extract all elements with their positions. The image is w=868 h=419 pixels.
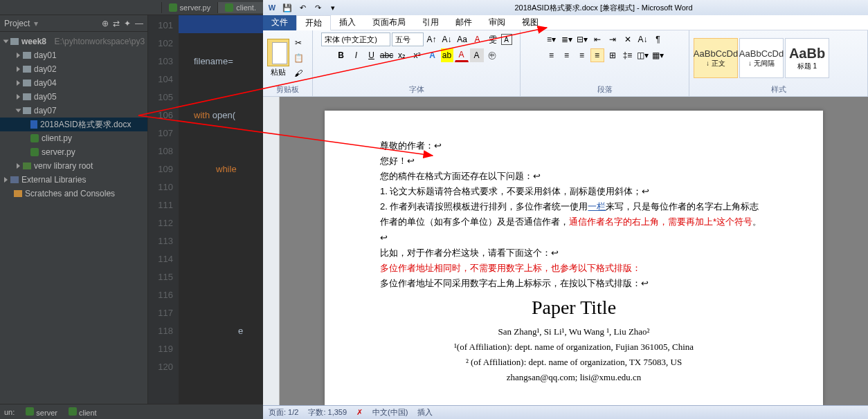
- font-color-icon[interactable]: A: [455, 48, 469, 62]
- subscript-button[interactable]: x₂: [395, 48, 409, 62]
- doc-text: 2. 作者列表请按照模板进行排列，多位作者统一使用一栏来写，只是每位作者的名字右…: [380, 199, 768, 245]
- font-size-combo[interactable]: 五号: [392, 32, 424, 46]
- collapse-icon[interactable]: ⊕: [102, 19, 109, 28]
- highlight-icon[interactable]: ab: [441, 48, 453, 62]
- underline-button[interactable]: U: [365, 48, 379, 62]
- redo-icon[interactable]: ↷: [311, 1, 324, 14]
- asian-layout-icon[interactable]: ✕: [621, 32, 635, 46]
- font-name-combo[interactable]: 宋体 (中文正文): [321, 32, 390, 46]
- tree-folder[interactable]: day01: [0, 48, 147, 62]
- tab-home[interactable]: 开始: [296, 15, 331, 30]
- tab-review[interactable]: 审阅: [480, 15, 514, 30]
- borders-icon[interactable]: ▦▾: [651, 48, 665, 62]
- text-effects-icon[interactable]: A: [426, 48, 440, 62]
- doc-text: 1. 论文大标题请符合格式要求，不要采用斜体，副标题使用斜体；↩: [380, 184, 768, 199]
- align-right-icon[interactable]: ≡: [575, 48, 589, 62]
- status-lang[interactable]: 中文(中国): [372, 407, 408, 418]
- editor-tab-client[interactable]: client.: [217, 2, 263, 13]
- tab-references[interactable]: 引用: [414, 15, 447, 30]
- page[interactable]: 尊敬的作者：↩ 您好！↩ 您的稿件在格式方面还存在以下问题：↩ 1. 论文大标题…: [325, 111, 823, 405]
- tree-file[interactable]: client.py: [0, 131, 147, 145]
- copy-icon[interactable]: 📋: [291, 51, 305, 65]
- paper-title: Paper Title: [380, 291, 768, 324]
- document-scroll[interactable]: 尊敬的作者：↩ 您好！↩ 您的稿件在格式方面还存在以下问题：↩ 1. 论文大标题…: [280, 97, 868, 405]
- word-icon[interactable]: W: [266, 1, 278, 14]
- style-normal[interactable]: AaBbCcDd↓ 正文: [694, 38, 738, 78]
- tree-folder[interactable]: day07: [0, 104, 147, 118]
- status-proof-icon[interactable]: ✗: [356, 408, 363, 417]
- run-config-server[interactable]: server: [26, 407, 57, 417]
- tab-layout[interactable]: 页面布局: [364, 15, 414, 30]
- save-icon[interactable]: 💾: [281, 1, 293, 14]
- hide-icon[interactable]: —: [135, 19, 143, 28]
- format-painter-icon[interactable]: 🖌: [291, 66, 305, 80]
- tree-folder[interactable]: day02: [0, 62, 147, 76]
- tab-view[interactable]: 视图: [514, 15, 547, 30]
- status-words[interactable]: 字数: 1,359: [308, 407, 347, 418]
- tree-file[interactable]: server.py: [0, 145, 147, 159]
- char-shading-icon[interactable]: A: [470, 48, 484, 62]
- tree-venv[interactable]: venv library root: [0, 159, 147, 173]
- run-config-client[interactable]: client: [69, 407, 97, 417]
- show-marks-icon[interactable]: ¶: [651, 32, 665, 46]
- justify-icon[interactable]: ≡: [590, 48, 604, 62]
- tab-mailings[interactable]: 邮件: [447, 15, 480, 30]
- align-center-icon[interactable]: ≡: [560, 48, 574, 62]
- status-page[interactable]: 页面: 1/2: [269, 407, 298, 418]
- tree-root[interactable]: week8 E:\pyhtonworkspace\py3: [0, 35, 147, 48]
- status-insert[interactable]: 插入: [417, 407, 433, 418]
- undo-icon[interactable]: ↶: [296, 1, 309, 14]
- tree-scratches[interactable]: Scratches and Consoles: [0, 187, 147, 201]
- settings-icon[interactable]: ⇄: [113, 19, 120, 28]
- paper-aff1: ¹(of Affiliation): dept. name of organiz…: [380, 339, 768, 355]
- italic-button[interactable]: I: [350, 48, 363, 62]
- style-heading1[interactable]: AaBb标题 1: [785, 38, 829, 78]
- paper-aff2: ² (of Affiliation): dept. name of organi…: [380, 355, 768, 370]
- cut-icon[interactable]: ✂: [291, 36, 305, 50]
- python-icon: [169, 3, 177, 12]
- line-spacing-icon[interactable]: ‡≡: [621, 48, 635, 62]
- grow-font-icon[interactable]: A↑: [425, 32, 439, 46]
- gear-icon[interactable]: ✦: [124, 19, 131, 28]
- border-char-icon[interactable]: A: [501, 34, 512, 45]
- multilevel-icon[interactable]: ⊟▾: [575, 32, 589, 46]
- tree-folder[interactable]: day04: [0, 76, 147, 90]
- document-title: 2018ASID格式要求.docx [兼容模式] - Microsoft Wor…: [514, 3, 692, 13]
- word-titlebar: W 💾 ↶ ↷ ▾ 2018ASID格式要求.docx [兼容模式] - Mic…: [263, 0, 868, 15]
- strike-button[interactable]: abc: [380, 48, 394, 62]
- phonetic-icon[interactable]: 雯: [486, 32, 500, 46]
- word-statusbar: 页面: 1/2 字数: 1,359 ✗ 中文(中国) 插入: [263, 405, 868, 419]
- sort-icon[interactable]: A↓: [636, 32, 650, 46]
- tab-file[interactable]: 文件: [263, 15, 296, 30]
- tab-insert[interactable]: 插入: [331, 15, 364, 30]
- shrink-font-icon[interactable]: A↓: [440, 32, 454, 46]
- code-editor[interactable]: 1011021031041051061071081091101111121131…: [148, 15, 263, 404]
- editor-tab-server[interactable]: server.py: [161, 2, 218, 13]
- tree-ext-lib[interactable]: External Libraries: [0, 173, 147, 187]
- style-nospacing[interactable]: AaBbCcDd↓ 无间隔: [739, 38, 784, 78]
- distribute-icon[interactable]: ⊞: [606, 48, 620, 62]
- shading-icon[interactable]: ◫▾: [636, 48, 650, 62]
- clear-format-icon[interactable]: A: [471, 32, 485, 46]
- vertical-ruler[interactable]: [263, 97, 280, 405]
- superscript-button[interactable]: x²: [410, 48, 424, 62]
- ide-tab-bar: server.py client.: [0, 0, 263, 15]
- doc-text: 比如，对于作者分栏这块，请看下面这个：↩: [380, 245, 768, 261]
- bullets-icon[interactable]: ≡▾: [545, 32, 559, 46]
- gutter: 1011021031041051061071081091101111121131…: [148, 15, 179, 404]
- paper-authors: San Zhang¹, Si Li¹, Wu Wang ¹, Liu Zhao²: [380, 324, 768, 339]
- doc-text: 多位作者地址不同采用数字右上角上标标示，在按以下格式排版：↩: [380, 276, 768, 291]
- clipboard-icon: [267, 39, 289, 66]
- numbering-icon[interactable]: ≣▾: [560, 32, 574, 46]
- align-left-icon[interactable]: ≡: [545, 48, 559, 62]
- bold-button[interactable]: B: [334, 48, 348, 62]
- enclose-char-icon[interactable]: ㊥: [485, 48, 499, 62]
- paste-button[interactable]: 粘贴: [267, 39, 289, 77]
- tree-folder[interactable]: day05: [0, 90, 147, 104]
- change-case-icon[interactable]: Aa: [455, 32, 469, 46]
- decrease-indent-icon[interactable]: ⇤: [590, 32, 604, 46]
- tree-file-docx[interactable]: 2018ASID格式要求.docx: [0, 118, 147, 131]
- document-area: 尊敬的作者：↩ 您好！↩ 您的稿件在格式方面还存在以下问题：↩ 1. 论文大标题…: [263, 97, 868, 405]
- qat-more-icon[interactable]: ▾: [327, 1, 339, 14]
- increase-indent-icon[interactable]: ⇥: [606, 32, 620, 46]
